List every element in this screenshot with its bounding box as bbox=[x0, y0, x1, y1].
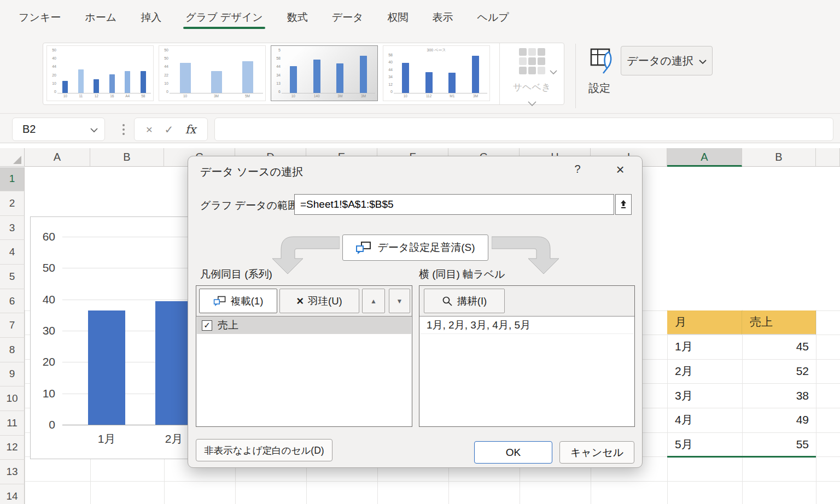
ribbon-tab-bar: フンキーホーム掉入グラブ デザイン数式データ权閲表示ヘルプ bbox=[8, 0, 520, 36]
embedded-bar-chart[interactable]: 60504030201001月2月 bbox=[30, 216, 190, 459]
dialog-help-button[interactable]: ? bbox=[571, 163, 584, 175]
column-header-A[interactable]: A bbox=[667, 148, 742, 167]
chart-style-thumbnail-1[interactable]: 5040442010010111216A458 bbox=[46, 45, 154, 101]
table-cell-month-4[interactable]: 4月 bbox=[667, 408, 742, 432]
table-cell-month-2[interactable]: 2月 bbox=[667, 359, 742, 384]
chart-y-tick-label: 0 bbox=[31, 418, 55, 431]
row-header-9[interactable]: 9 bbox=[0, 362, 25, 387]
move-down-button[interactable]: ▼ bbox=[389, 289, 410, 313]
dialog-close-icon[interactable]: × bbox=[612, 161, 628, 178]
category-list-item[interactable]: 1月, 2月, 3月, 4月, 5月 bbox=[420, 317, 634, 334]
edit-categories-button[interactable]: 搆耕(I) bbox=[424, 289, 505, 313]
gallery-more-chevron-icon[interactable] bbox=[528, 99, 536, 109]
ribbon-tab-6[interactable]: データ bbox=[321, 6, 375, 30]
series-checkbox[interactable]: ✓ bbox=[202, 320, 212, 331]
collapse-dialog-button[interactable] bbox=[615, 194, 632, 215]
confirm-entry-icon[interactable]: ✓ bbox=[164, 123, 173, 136]
chart-style-thumbnail-2[interactable]: 50504422100103M5M bbox=[159, 45, 266, 101]
select-data-button-label: データの連択 bbox=[627, 54, 693, 68]
formula-bar-buttons: × ✓ fx bbox=[134, 118, 208, 141]
category-list-panel: 搆耕(I) 1月, 2月, 3月, 4月, 5月 bbox=[419, 285, 635, 427]
select-data-source-dialog: データ ソースの連択 ? × グラフ データの範囲: データ設定足普清(S) 凡… bbox=[188, 156, 643, 468]
table-cell-sales-1[interactable]: 45 bbox=[742, 335, 816, 359]
column-header-A[interactable]: A bbox=[25, 148, 90, 167]
hidden-empty-cells-button[interactable]: 非表示なよげ定白のセル(D) bbox=[196, 439, 332, 461]
insert-function-icon[interactable]: fx bbox=[185, 123, 196, 136]
gallery-scroll-up-chevron-icon[interactable] bbox=[550, 67, 557, 77]
chart-gridline bbox=[62, 425, 189, 425]
row-header-12[interactable]: 12 bbox=[0, 436, 25, 460]
thumbnail-plot: 5040442010010111216A458 bbox=[49, 48, 151, 99]
thumbnail-bar bbox=[78, 69, 84, 93]
ribbon-tab-3[interactable]: 掉入 bbox=[130, 6, 172, 30]
name-box[interactable]: B2 bbox=[12, 118, 105, 141]
row-header-14[interactable]: 14 bbox=[0, 484, 25, 504]
move-up-button[interactable]: ▲ bbox=[362, 289, 385, 313]
column-header-B[interactable]: B bbox=[742, 148, 816, 167]
ok-button[interactable]: OK bbox=[474, 441, 552, 464]
table-header-sales[interactable]: 売上 bbox=[742, 310, 816, 335]
row-header-4[interactable]: 4 bbox=[0, 240, 25, 265]
ribbon-tab-1[interactable]: フンキー bbox=[8, 6, 72, 30]
thumbnail-bars-wrap: 101403M3M bbox=[282, 48, 375, 99]
dialog-title: データ ソースの連択 bbox=[200, 165, 303, 179]
row-header-1[interactable]: 1 bbox=[0, 167, 25, 192]
cancel-button[interactable]: キャンセル bbox=[559, 441, 634, 464]
move-up-icon: ▲ bbox=[370, 297, 377, 305]
select-data-button[interactable]: データの連択 bbox=[621, 46, 713, 75]
series-list-panel: 複載(1) × 羽珪(U) ▲ ▼ ✓ 売上 bbox=[196, 285, 412, 427]
ribbon-tab-4[interactable]: グラブ デザイン bbox=[174, 6, 273, 30]
thumbnail-y-axis: 50504422100 bbox=[161, 48, 170, 99]
row-header-3[interactable]: 3 bbox=[0, 216, 25, 241]
grid-line-vertical bbox=[816, 310, 816, 504]
ribbon-tab-9[interactable]: ヘルプ bbox=[466, 6, 520, 30]
select-data-icon bbox=[590, 46, 615, 78]
thumbnail-plot: 50504422100103M5M bbox=[161, 48, 263, 99]
column-header-B[interactable]: B bbox=[90, 148, 164, 167]
thumbnail-bar-slot bbox=[120, 48, 136, 93]
formula-input[interactable] bbox=[214, 118, 833, 141]
table-cell-sales-3[interactable]: 38 bbox=[742, 383, 816, 408]
cancel-entry-icon[interactable]: × bbox=[146, 123, 153, 136]
switch-row-column-button[interactable]: データ設定足普清(S) bbox=[342, 235, 488, 261]
table-cell-sales-4[interactable]: 49 bbox=[742, 408, 816, 432]
add-series-button[interactable]: 複載(1) bbox=[199, 289, 277, 313]
row-header-8[interactable]: 8 bbox=[0, 338, 25, 362]
move-down-icon: ▼ bbox=[396, 297, 403, 305]
series-list-item-selected[interactable]: ✓ 売上 bbox=[197, 317, 411, 334]
column-header-blank[interactable] bbox=[816, 148, 840, 167]
table-cell-month-3[interactable]: 3月 bbox=[667, 383, 742, 408]
ribbon-tab-8[interactable]: 表示 bbox=[422, 6, 464, 30]
remove-series-button[interactable]: × 羽珪(U) bbox=[279, 289, 359, 313]
switch-row-column-icon bbox=[355, 241, 372, 255]
select-data-chevron-icon bbox=[699, 55, 707, 67]
table-cell-month-1[interactable]: 1月 bbox=[667, 335, 742, 359]
ribbon-tab-5[interactable]: 数式 bbox=[276, 6, 319, 30]
table-header-month[interactable]: 月 bbox=[667, 310, 742, 335]
chart-data-range-input[interactable] bbox=[294, 194, 614, 215]
switch-row-column-label: データ設定足普清(S) bbox=[377, 241, 475, 255]
table-cell-sales-5[interactable]: 55 bbox=[742, 432, 816, 457]
row-header-7[interactable]: 7 bbox=[0, 313, 25, 338]
chart-style-thumbnail-4[interactable]: 300 ベース5840443412010112M13M bbox=[383, 45, 490, 101]
thumbnail-x-label: M1 bbox=[441, 93, 464, 99]
row-header-6[interactable]: 6 bbox=[0, 289, 25, 314]
row-header-5[interactable]: 5 bbox=[0, 265, 25, 289]
select-all-corner[interactable] bbox=[0, 148, 25, 167]
chart-style-thumbnail-3[interactable]: 5584434136101403M3M bbox=[271, 45, 378, 101]
chart-bar-1月 bbox=[88, 310, 125, 425]
row-header-10[interactable]: 10 bbox=[0, 386, 25, 411]
ribbon-tab-7[interactable]: 权閲 bbox=[377, 6, 419, 30]
gallery-more-label: サヘベき bbox=[513, 81, 551, 93]
ribbon-tab-2[interactable]: ホーム bbox=[74, 6, 127, 30]
row-header-2[interactable]: 2 bbox=[0, 191, 25, 216]
row-header-13[interactable]: 13 bbox=[0, 460, 25, 484]
remove-series-label: 羽珪(U) bbox=[308, 294, 342, 308]
formula-bar-handle[interactable] bbox=[122, 124, 125, 135]
row-header-11[interactable]: 11 bbox=[0, 411, 25, 436]
table-cell-sales-2[interactable]: 52 bbox=[742, 359, 816, 384]
name-box-chevron-icon[interactable] bbox=[90, 123, 98, 136]
thumbnail-bars bbox=[282, 48, 375, 93]
thumbnail-bars-wrap: 10112M13M bbox=[394, 52, 487, 99]
table-cell-month-5[interactable]: 5月 bbox=[667, 432, 742, 457]
